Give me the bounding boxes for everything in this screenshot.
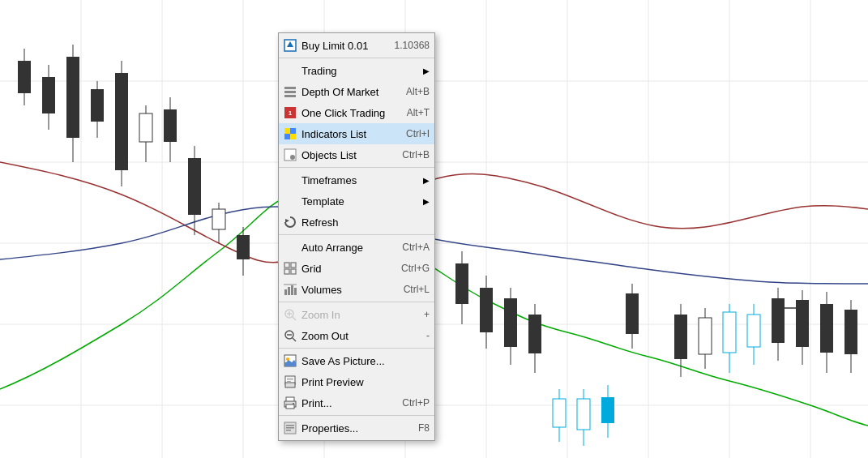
svg-rect-66 [844, 310, 857, 354]
menu-item-volumes[interactable]: Volumes Ctrl+L [279, 279, 434, 300]
svg-rect-76 [290, 128, 296, 134]
svg-rect-106 [287, 381, 291, 382]
zoom-out-shortcut: - [426, 330, 430, 341]
depth-of-market-icon [282, 83, 298, 100]
auto-arrange-icon [282, 239, 298, 255]
svg-rect-22 [91, 89, 104, 122]
refresh-icon [282, 214, 298, 230]
zoom-out-label: Zoom Out [301, 330, 420, 342]
separator-2 [279, 167, 434, 168]
template-label: Template [301, 195, 420, 208]
buy-limit-icon [282, 37, 298, 54]
menu-item-one-click-trading[interactable]: 1 One Click Trading Alt+T [279, 102, 434, 123]
template-icon [282, 193, 298, 209]
properties-icon [282, 420, 298, 436]
svg-rect-26 [139, 113, 152, 142]
menu-item-print[interactable]: Print... Ctrl+P [279, 392, 434, 413]
menu-item-properties[interactable]: Properties... F8 [279, 417, 434, 439]
menu-item-auto-arrange[interactable]: Auto Arrange Ctrl+A [279, 237, 434, 258]
menu-item-trading[interactable]: Trading ▶ [279, 60, 434, 81]
svg-rect-42 [528, 315, 541, 353]
menu-item-buy-limit[interactable]: Buy Limit 0.01 1.10368 [279, 35, 434, 56]
menu-item-zoom-in: Zoom In + [279, 304, 434, 325]
trading-arrow: ▶ [423, 66, 430, 75]
one-click-trading-shortcut: Alt+T [407, 107, 430, 118]
svg-rect-16 [18, 61, 31, 93]
grid-label: Grid [301, 263, 395, 275]
indicators-list-icon [282, 126, 298, 142]
menu-item-depth-of-market[interactable]: Depth Of Market Alt+B [279, 81, 434, 102]
objects-list-label: Objects List [301, 149, 396, 161]
svg-rect-64 [820, 304, 833, 353]
svg-rect-77 [284, 134, 290, 139]
menu-item-template[interactable]: Template ▶ [279, 190, 434, 212]
svg-rect-28 [164, 109, 177, 142]
svg-rect-83 [291, 263, 296, 268]
svg-rect-75 [284, 128, 290, 134]
svg-rect-44 [553, 399, 566, 427]
svg-rect-109 [286, 404, 294, 409]
svg-rect-78 [290, 134, 296, 139]
depth-of-market-shortcut: Alt+B [406, 86, 430, 97]
svg-rect-84 [284, 269, 289, 274]
svg-rect-113 [286, 427, 294, 429]
context-menu: Buy Limit 0.01 1.10368 Trading ▶ Depth O… [278, 32, 435, 441]
volumes-icon [282, 281, 298, 297]
svg-rect-82 [284, 263, 289, 268]
svg-rect-20 [66, 57, 79, 138]
svg-rect-34 [237, 235, 250, 259]
separator-5 [279, 348, 434, 349]
svg-rect-70 [284, 87, 296, 89]
print-icon [282, 395, 298, 411]
objects-list-shortcut: Ctrl+B [402, 149, 430, 161]
svg-rect-58 [747, 315, 760, 347]
svg-rect-87 [288, 287, 290, 295]
svg-rect-30 [188, 158, 201, 215]
print-preview-label: Print Preview [301, 376, 430, 388]
menu-item-print-preview[interactable]: Print Preview [279, 371, 434, 392]
volumes-shortcut: Ctrl+L [404, 284, 430, 295]
timeframes-icon [282, 172, 298, 188]
timeframes-arrow: ▶ [423, 176, 430, 185]
svg-rect-54 [699, 318, 712, 354]
one-click-trading-icon: 1 [282, 105, 298, 121]
svg-rect-46 [577, 399, 590, 430]
svg-point-80 [290, 155, 295, 160]
svg-point-110 [293, 403, 294, 404]
properties-label: Properties... [301, 422, 412, 434]
menu-item-grid[interactable]: Grid Ctrl+G [279, 258, 434, 279]
menu-item-indicators-list[interactable]: Indicators List Ctrl+I [279, 123, 434, 144]
separator-4 [279, 302, 434, 302]
svg-rect-112 [286, 425, 294, 426]
objects-list-icon [282, 147, 298, 163]
auto-arrange-shortcut: Ctrl+A [402, 242, 430, 253]
separator-6 [279, 415, 434, 416]
indicators-list-label: Indicators List [301, 128, 400, 140]
svg-rect-114 [286, 430, 291, 431]
svg-rect-71 [284, 91, 296, 93]
menu-item-refresh[interactable]: Refresh [279, 212, 434, 233]
zoom-in-icon [282, 306, 298, 323]
buy-limit-label: Buy Limit 0.01 [301, 40, 388, 52]
zoom-out-icon [282, 327, 298, 344]
svg-rect-50 [626, 293, 639, 334]
trading-label: Trading [301, 65, 420, 77]
svg-rect-36 [455, 263, 468, 304]
save-as-picture-icon [282, 353, 298, 369]
svg-rect-85 [291, 269, 296, 274]
separator-3 [279, 234, 434, 235]
svg-rect-86 [284, 289, 287, 295]
svg-rect-60 [772, 298, 785, 343]
buy-limit-price: 1.10368 [395, 40, 430, 51]
menu-item-save-as-picture[interactable]: Save As Picture... [279, 350, 434, 371]
menu-item-objects-list[interactable]: Objects List Ctrl+B [279, 144, 434, 165]
properties-shortcut: F8 [418, 422, 430, 434]
zoom-in-shortcut: + [424, 309, 430, 320]
svg-rect-38 [480, 288, 493, 332]
svg-text:1: 1 [289, 109, 293, 117]
menu-item-timeframes[interactable]: Timeframes ▶ [279, 169, 434, 190]
menu-item-zoom-out[interactable]: Zoom Out - [279, 325, 434, 346]
svg-line-92 [293, 317, 296, 320]
depth-of-market-label: Depth Of Market [301, 86, 400, 98]
print-preview-icon [282, 374, 298, 390]
